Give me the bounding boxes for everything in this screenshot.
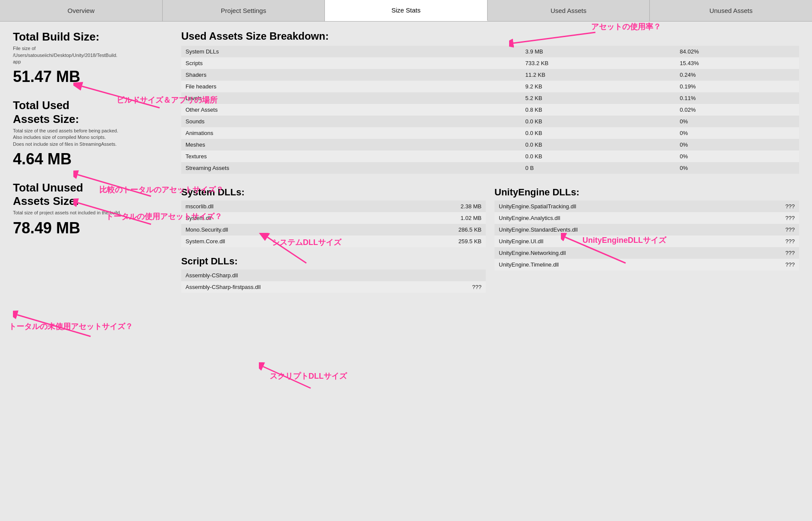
tab-used-assets[interactable]: Used Assets	[488, 0, 650, 21]
dll-name: Mono.Security.dll	[181, 224, 369, 235]
breakdown-name: File headers	[181, 81, 521, 92]
breakdown-row: Scripts 733.2 KB 15.43%	[181, 57, 799, 69]
breakdown-row: Textures 0.0 KB 0%	[181, 151, 799, 162]
script-dlls-table: Assembly-CSharp.dll Assembly-CSharp-firs…	[181, 270, 486, 293]
system-dll-row: mscorlib.dll 2.38 MB	[181, 201, 486, 212]
total-used-section: Total UsedAssets Size: Total size of the…	[13, 99, 168, 168]
dll-size: 2.38 MB	[369, 201, 486, 212]
breakdown-percent: 84.02%	[676, 46, 799, 57]
breakdown-row: File headers 9.2 KB 0.19%	[181, 81, 799, 92]
svg-line-15	[263, 367, 311, 388]
system-dlls-table: mscorlib.dll 2.38 MB System.dll 1.02 MB …	[181, 201, 486, 247]
dll-size	[432, 270, 486, 281]
total-used-subtitle: Total size of the used assets before bei…	[13, 128, 168, 148]
script-dll-row: Assembly-CSharp-firstpass.dll ???	[181, 281, 486, 293]
dll-name: System.Core.dll	[181, 235, 369, 247]
breakdown-percent: 0%	[676, 116, 799, 127]
breakdown-size: 0.8 KB	[521, 104, 676, 116]
breakdown-name: Shaders	[181, 69, 521, 81]
dll-size: ???	[747, 259, 799, 270]
breakdown-row: Animations 0.0 KB 0%	[181, 127, 799, 139]
total-unused-section: Total UnusedAssets Size: Total size of p…	[13, 181, 168, 237]
arrow-total-unused	[13, 311, 99, 345]
breakdown-row: Other Assets 0.8 KB 0.02%	[181, 104, 799, 116]
script-dlls-title: Script DLLs:	[181, 256, 486, 267]
breakdown-percent: 0%	[676, 139, 799, 151]
dll-size: 259.5 KB	[369, 235, 486, 247]
breakdown-percent: 0%	[676, 151, 799, 162]
total-used-value: 4.64 MB	[13, 150, 168, 168]
arrow-script-dll	[259, 362, 324, 392]
svg-line-13	[17, 315, 91, 336]
unity-dll-row: UnityEngine.UI.dll ???	[494, 235, 799, 247]
tab-bar: Overview Project Settings Size Stats Use…	[0, 0, 812, 22]
breakdown-percent: 0.11%	[676, 92, 799, 104]
breakdown-percent: 0.02%	[676, 104, 799, 116]
main-content: Total Build Size: File size of/Users/sat…	[0, 22, 812, 301]
breakdown-row: Shaders 11.2 KB 0.24%	[181, 69, 799, 81]
breakdown-size: 0.0 KB	[521, 116, 676, 127]
breakdown-percent: 15.43%	[676, 57, 799, 69]
unity-dll-row: UnityEngine.StandardEvents.dll ???	[494, 224, 799, 235]
breakdown-row: System DLLs 3.9 MB 84.02%	[181, 46, 799, 57]
dll-name: Assembly-CSharp.dll	[181, 270, 432, 281]
tab-overview[interactable]: Overview	[0, 0, 163, 21]
total-build-section: Total Build Size: File size of/Users/sat…	[13, 30, 168, 86]
page-container: Overview Project Settings Size Stats Use…	[0, 0, 812, 521]
unity-engine-dlls-section: UnityEngine DLLs: UnityEngine.SpatialTra…	[494, 187, 799, 293]
breakdown-row: Levels 5.2 KB 0.11%	[181, 92, 799, 104]
ann-total-unused: トータルの未使用アセットサイズ？	[9, 321, 133, 332]
tab-unused-assets[interactable]: Unused Assets	[650, 0, 812, 21]
tab-size-stats[interactable]: Size Stats	[325, 0, 488, 21]
breakdown-size: 5.2 KB	[521, 92, 676, 104]
script-dll-row: Assembly-CSharp.dll	[181, 270, 486, 281]
breakdown-size: 0.0 KB	[521, 139, 676, 151]
unity-dll-row: UnityEngine.Timeline.dll ???	[494, 259, 799, 270]
dll-size: ???	[747, 212, 799, 224]
breakdown-name: System DLLs	[181, 46, 521, 57]
breakdown-name: Animations	[181, 127, 521, 139]
dll-name: mscorlib.dll	[181, 201, 369, 212]
total-build-title: Total Build Size:	[13, 30, 168, 44]
total-unused-value: 78.49 MB	[13, 219, 168, 237]
breakdown-size: 733.2 KB	[521, 57, 676, 69]
system-dlls-title: System DLLs:	[181, 187, 486, 198]
dll-size: ???	[432, 281, 486, 293]
system-dll-row: Mono.Security.dll 286.5 KB	[181, 224, 486, 235]
breakdown-percent: 0.19%	[676, 81, 799, 92]
breakdown-name: Streaming Assets	[181, 162, 521, 174]
breakdown-percent: 0%	[676, 162, 799, 174]
dll-size: ???	[747, 224, 799, 235]
breakdown-name: Sounds	[181, 116, 521, 127]
dll-name: UnityEngine.StandardEvents.dll	[494, 224, 747, 235]
unity-engine-dlls-table: UnityEngine.SpatialTracking.dll ??? Unit…	[494, 201, 799, 270]
breakdown-row: Meshes 0.0 KB 0%	[181, 139, 799, 151]
breakdown-section: Used Assets Size Breakdown: System DLLs …	[181, 30, 799, 174]
dll-size: ???	[747, 235, 799, 247]
unity-dll-row: UnityEngine.Analytics.dll ???	[494, 212, 799, 224]
total-unused-title: Total UnusedAssets Size:	[13, 181, 168, 208]
breakdown-table: System DLLs 3.9 MB 84.02% Scripts 733.2 …	[181, 46, 799, 174]
left-column: Total Build Size: File size of/Users/sat…	[13, 30, 173, 293]
breakdown-percent: 0.24%	[676, 69, 799, 81]
dll-size: ???	[747, 201, 799, 212]
dll-name: UnityEngine.Networking.dll	[494, 247, 747, 259]
dll-name: UnityEngine.Analytics.dll	[494, 212, 747, 224]
total-build-value: 51.47 MB	[13, 68, 168, 86]
breakdown-name: Other Assets	[181, 104, 521, 116]
dll-size: ???	[747, 247, 799, 259]
breakdown-size: 0.0 KB	[521, 127, 676, 139]
unity-dll-row: UnityEngine.SpatialTracking.dll ???	[494, 201, 799, 212]
total-used-title: Total UsedAssets Size:	[13, 99, 168, 126]
total-build-subtitle: File size of/Users/satouseiichi/Desktop/…	[13, 45, 168, 65]
dll-name: System.dll	[181, 212, 369, 224]
dll-size: 286.5 KB	[369, 224, 486, 235]
breakdown-row: Streaming Assets 0 B 0%	[181, 162, 799, 174]
dll-name: Assembly-CSharp-firstpass.dll	[181, 281, 432, 293]
breakdown-size: 3.9 MB	[521, 46, 676, 57]
system-dll-row: System.dll 1.02 MB	[181, 212, 486, 224]
system-dlls-section: System DLLs: mscorlib.dll 2.38 MB System…	[181, 187, 486, 293]
tab-project-settings[interactable]: Project Settings	[163, 0, 325, 21]
dll-name: UnityEngine.UI.dll	[494, 235, 747, 247]
breakdown-name: Textures	[181, 151, 521, 162]
